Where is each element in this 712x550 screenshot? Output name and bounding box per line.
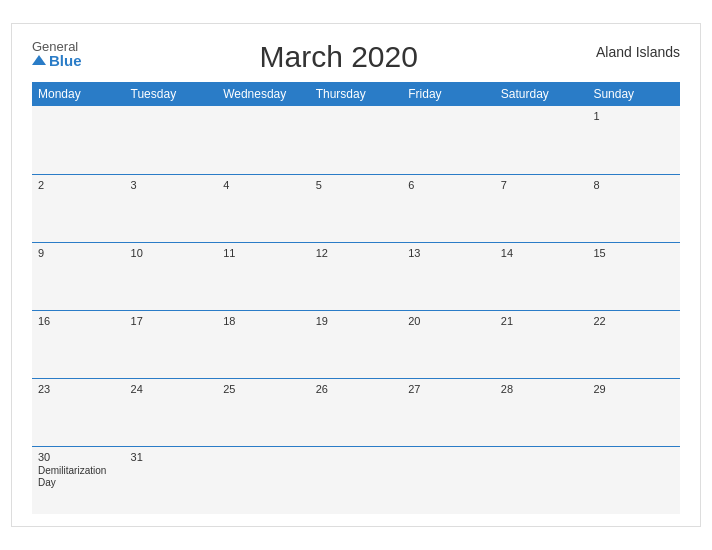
- day-cell: 2: [32, 174, 125, 242]
- week-row-2: 9101112131415: [32, 242, 680, 310]
- day-number: 13: [408, 247, 489, 259]
- day-cell: 7: [495, 174, 588, 242]
- day-cell: 4: [217, 174, 310, 242]
- day-number: 20: [408, 315, 489, 327]
- day-cell: 17: [125, 310, 218, 378]
- day-cell: 14: [495, 242, 588, 310]
- day-cell: 18: [217, 310, 310, 378]
- week-row-0: 1: [32, 106, 680, 174]
- region-label: Aland Islands: [596, 40, 680, 60]
- day-cell: 29: [587, 378, 680, 446]
- col-thursday: Thursday: [310, 82, 403, 106]
- day-cell: [125, 106, 218, 174]
- calendar-table: Monday Tuesday Wednesday Thursday Friday…: [32, 82, 680, 514]
- day-cell: 8: [587, 174, 680, 242]
- day-number: 6: [408, 179, 489, 191]
- calendar-header: Monday Tuesday Wednesday Thursday Friday…: [32, 82, 680, 106]
- calendar-title: March 2020: [82, 40, 596, 74]
- day-cell: [217, 446, 310, 514]
- logo: General Blue: [32, 40, 82, 68]
- day-number: 4: [223, 179, 304, 191]
- day-cell: 5: [310, 174, 403, 242]
- day-number: 26: [316, 383, 397, 395]
- day-cell: 23: [32, 378, 125, 446]
- col-tuesday: Tuesday: [125, 82, 218, 106]
- day-number: 15: [593, 247, 674, 259]
- day-cell: 27: [402, 378, 495, 446]
- day-number: 12: [316, 247, 397, 259]
- header: General Blue March 2020 Aland Islands: [32, 40, 680, 74]
- day-cell: 26: [310, 378, 403, 446]
- day-cell: 28: [495, 378, 588, 446]
- day-cell: 12: [310, 242, 403, 310]
- day-number: 29: [593, 383, 674, 395]
- day-cell: [310, 446, 403, 514]
- day-number: 30: [38, 451, 119, 463]
- week-row-4: 23242526272829: [32, 378, 680, 446]
- day-cell: 24: [125, 378, 218, 446]
- day-cell: 19: [310, 310, 403, 378]
- col-monday: Monday: [32, 82, 125, 106]
- day-number: 22: [593, 315, 674, 327]
- col-saturday: Saturday: [495, 82, 588, 106]
- day-number: 19: [316, 315, 397, 327]
- day-cell: 21: [495, 310, 588, 378]
- day-cell: [217, 106, 310, 174]
- week-row-1: 2345678: [32, 174, 680, 242]
- day-number: 8: [593, 179, 674, 191]
- day-cell: [587, 446, 680, 514]
- day-number: 11: [223, 247, 304, 259]
- calendar-wrapper: General Blue March 2020 Aland Islands Mo…: [11, 23, 701, 527]
- day-number: 5: [316, 179, 397, 191]
- day-number: 7: [501, 179, 582, 191]
- col-wednesday: Wednesday: [217, 82, 310, 106]
- day-cell: 30Demilitarization Day: [32, 446, 125, 514]
- logo-triangle-icon: [32, 55, 46, 65]
- col-sunday: Sunday: [587, 82, 680, 106]
- day-cell: 6: [402, 174, 495, 242]
- day-number: 3: [131, 179, 212, 191]
- day-cell: 1: [587, 106, 680, 174]
- day-cell: 3: [125, 174, 218, 242]
- day-number: 23: [38, 383, 119, 395]
- day-number: 31: [131, 451, 212, 463]
- day-number: 9: [38, 247, 119, 259]
- day-number: 21: [501, 315, 582, 327]
- day-cell: [310, 106, 403, 174]
- col-friday: Friday: [402, 82, 495, 106]
- day-cell: 10: [125, 242, 218, 310]
- day-cell: 9: [32, 242, 125, 310]
- day-cell: [495, 446, 588, 514]
- day-number: 27: [408, 383, 489, 395]
- day-number: 2: [38, 179, 119, 191]
- day-cell: [402, 446, 495, 514]
- day-cell: 22: [587, 310, 680, 378]
- day-cell: [32, 106, 125, 174]
- day-number: 14: [501, 247, 582, 259]
- calendar-body: 1234567891011121314151617181920212223242…: [32, 106, 680, 514]
- day-cell: [495, 106, 588, 174]
- day-cell: 13: [402, 242, 495, 310]
- week-row-3: 16171819202122: [32, 310, 680, 378]
- day-number: 18: [223, 315, 304, 327]
- event-label: Demilitarization Day: [38, 465, 119, 489]
- day-cell: 16: [32, 310, 125, 378]
- day-number: 28: [501, 383, 582, 395]
- day-cell: 25: [217, 378, 310, 446]
- week-row-5: 30Demilitarization Day31: [32, 446, 680, 514]
- day-cell: 20: [402, 310, 495, 378]
- day-number: 17: [131, 315, 212, 327]
- day-cell: 31: [125, 446, 218, 514]
- weekday-header-row: Monday Tuesday Wednesday Thursday Friday…: [32, 82, 680, 106]
- day-number: 10: [131, 247, 212, 259]
- day-cell: [402, 106, 495, 174]
- day-number: 25: [223, 383, 304, 395]
- logo-blue-text: Blue: [32, 53, 82, 68]
- day-number: 16: [38, 315, 119, 327]
- day-cell: 15: [587, 242, 680, 310]
- day-number: 24: [131, 383, 212, 395]
- day-cell: 11: [217, 242, 310, 310]
- day-number: 1: [593, 110, 674, 122]
